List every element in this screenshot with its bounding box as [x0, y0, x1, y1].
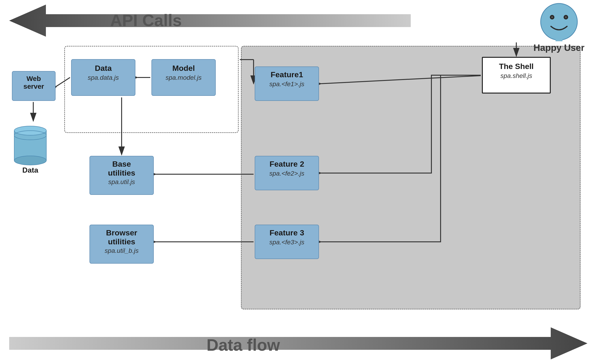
- browser-util-title2: utilities: [93, 237, 150, 246]
- feature2-title: Feature 2: [258, 160, 315, 169]
- feature2-subtitle: spa.<fe2>.js: [258, 170, 315, 177]
- svg-point-6: [565, 16, 567, 18]
- feature1-title: Feature1: [258, 70, 315, 79]
- base-util-title2: utilities: [93, 169, 150, 178]
- svg-marker-0: [9, 5, 411, 37]
- data-store: Data: [12, 121, 49, 174]
- api-calls-label: API Calls: [110, 11, 182, 30]
- model-module-title: Model: [155, 64, 212, 73]
- model-module-subtitle: spa.model.js: [155, 74, 212, 81]
- feature3-subtitle: spa.<fe3>.js: [258, 239, 315, 246]
- webserver-title2: server: [15, 82, 53, 90]
- shell-title: The Shell: [486, 62, 547, 71]
- feature1-box: Feature1 spa.<fe1>.js: [255, 66, 319, 101]
- feature1-subtitle: spa.<fe1>.js: [258, 81, 315, 88]
- shell-subtitle: spa.shell.js: [486, 72, 547, 80]
- base-utilities-box: Base utilities spa.util.js: [90, 156, 154, 195]
- svg-point-4: [551, 16, 553, 18]
- browser-utilities-box: Browser utilities spa.util_b.js: [90, 225, 154, 264]
- base-util-title1: Base: [93, 160, 150, 169]
- base-util-subtitle: spa.util.js: [93, 178, 150, 186]
- the-shell-box: The Shell spa.shell.js: [482, 57, 551, 94]
- browser-util-title1: Browser: [93, 228, 150, 237]
- data-flow-label: Data flow: [207, 336, 280, 354]
- feature3-box: Feature 3 spa.<fe3>.js: [255, 225, 319, 259]
- browser-util-subtitle: spa.util_b.js: [93, 247, 150, 254]
- happy-user: Happy User: [527, 2, 591, 53]
- web-server-box: Web server: [12, 71, 56, 101]
- happy-user-label: Happy User: [527, 42, 591, 53]
- data-module-subtitle: spa.data.js: [75, 74, 132, 81]
- model-module-box: Model spa.model.js: [151, 59, 216, 96]
- feature2-box: Feature 2 spa.<fe2>.js: [255, 156, 319, 190]
- svg-rect-7: [556, 40, 562, 41]
- svg-point-9: [14, 156, 46, 165]
- data-module-title: Data: [75, 64, 132, 73]
- feature3-title: Feature 3: [258, 228, 315, 237]
- svg-marker-1: [9, 327, 588, 359]
- svg-point-2: [541, 3, 577, 40]
- webserver-title: Web: [15, 75, 53, 82]
- data-module-box: Data spa.data.js: [71, 59, 135, 96]
